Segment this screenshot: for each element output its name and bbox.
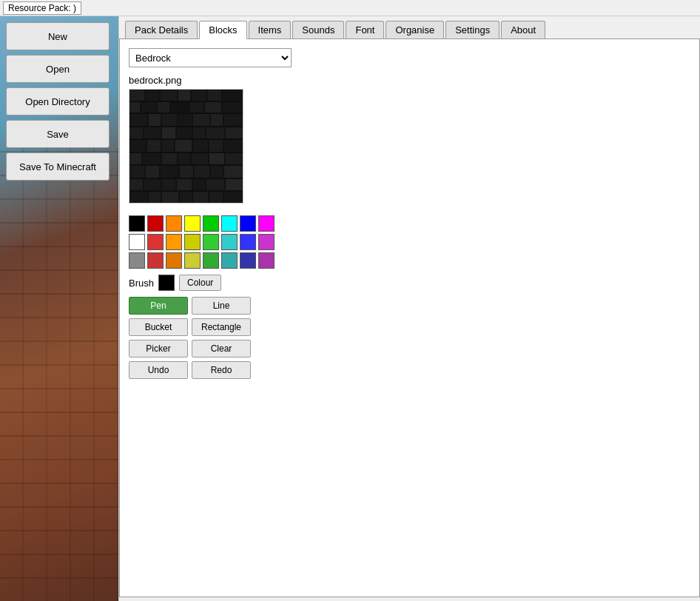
svg-rect-14 (223, 102, 243, 113)
line-button[interactable]: Line (192, 297, 251, 315)
brush-label: Brush (129, 278, 154, 289)
svg-rect-39 (178, 153, 190, 164)
colour-button[interactable]: Colour (179, 275, 221, 291)
tab-about[interactable]: About (501, 21, 545, 38)
svg-rect-40 (192, 153, 208, 164)
swatch-white[interactable] (129, 234, 145, 250)
tab-font[interactable]: Font (346, 21, 384, 38)
swatch-dark-purple[interactable] (258, 252, 275, 269)
palette-row-3 (129, 252, 690, 269)
brush-color-box[interactable] (158, 275, 175, 291)
sidebar: New Open Open Directory Save Save To Min… (0, 16, 118, 601)
svg-rect-8 (129, 102, 140, 113)
svg-rect-43 (129, 166, 144, 178)
swatch-cyan[interactable] (221, 215, 238, 232)
swatch-dark-blue[interactable] (240, 252, 256, 269)
tab-settings[interactable]: Settings (445, 21, 499, 38)
svg-rect-23 (144, 127, 161, 138)
svg-rect-31 (162, 140, 174, 152)
swatch-red[interactable] (147, 215, 164, 232)
swatch-olive[interactable] (184, 252, 201, 269)
swatch-blue[interactable] (240, 215, 256, 232)
svg-rect-9 (141, 102, 156, 113)
palette-row-2 (129, 234, 690, 250)
svg-rect-33 (193, 140, 208, 152)
svg-rect-2 (146, 90, 159, 101)
svg-rect-46 (180, 166, 193, 178)
swatch-dark-red[interactable] (147, 234, 164, 250)
svg-rect-63 (224, 192, 243, 204)
svg-rect-12 (190, 102, 203, 113)
svg-rect-6 (208, 90, 221, 101)
save-button[interactable]: Save (6, 120, 110, 148)
svg-rect-44 (146, 166, 159, 178)
svg-rect-5 (192, 90, 206, 101)
bedrock-texture-svg (129, 90, 243, 204)
tab-organise[interactable]: Organise (386, 21, 444, 38)
svg-rect-28 (226, 127, 243, 138)
svg-rect-34 (209, 140, 223, 152)
svg-rect-50 (129, 179, 143, 190)
svg-rect-58 (149, 192, 161, 204)
svg-rect-13 (205, 102, 221, 113)
swatch-gray[interactable] (129, 252, 145, 269)
picker-button[interactable]: Picker (129, 340, 188, 357)
svg-rect-52 (162, 179, 175, 190)
save-to-minecraft-button[interactable]: Save To Minecraft (6, 152, 110, 181)
swatch-black[interactable] (129, 215, 145, 232)
tabs-bar: Pack Details Blocks Items Sounds Font Or… (119, 16, 700, 39)
svg-rect-25 (177, 127, 192, 138)
svg-rect-56 (226, 179, 243, 190)
svg-rect-48 (211, 166, 223, 178)
swatch-yellow[interactable] (184, 215, 201, 232)
svg-rect-42 (226, 153, 243, 164)
svg-rect-37 (143, 153, 161, 164)
swatch-dark-orange[interactable] (166, 234, 182, 250)
tab-pack-details[interactable]: Pack Details (125, 21, 198, 38)
swatch-orange[interactable] (166, 215, 182, 232)
bucket-button[interactable]: Bucket (129, 318, 188, 336)
tab-blocks[interactable]: Blocks (199, 21, 246, 39)
swatch-magenta[interactable] (258, 215, 275, 232)
swatch-teal[interactable] (221, 234, 238, 250)
svg-rect-54 (193, 179, 205, 190)
svg-rect-4 (178, 90, 190, 101)
blocks-content-panel: Bedrock Stone Dirt Grass Sand Gravel Woo… (119, 39, 700, 597)
pen-button[interactable]: Pen (129, 297, 188, 315)
clear-button[interactable]: Clear (192, 340, 251, 357)
svg-rect-61 (193, 192, 208, 204)
brush-row: Brush Colour (129, 275, 690, 291)
svg-rect-45 (161, 166, 178, 178)
open-directory-button[interactable]: Open Directory (6, 87, 110, 115)
svg-rect-22 (129, 127, 143, 138)
tab-items[interactable]: Items (249, 21, 292, 38)
undo-button[interactable]: Undo (129, 361, 188, 379)
open-button[interactable]: Open (6, 55, 110, 83)
new-button[interactable]: New (6, 22, 110, 50)
block-selector[interactable]: Bedrock Stone Dirt Grass Sand Gravel Woo… (129, 48, 292, 67)
svg-rect-15 (129, 114, 147, 126)
rectangle-button[interactable]: Rectangle (192, 318, 251, 336)
svg-rect-7 (223, 90, 243, 101)
tab-sounds[interactable]: Sounds (292, 21, 344, 38)
swatch-forest-green[interactable] (203, 252, 219, 269)
svg-rect-47 (195, 166, 209, 178)
svg-rect-24 (162, 127, 175, 138)
swatch-medium-red[interactable] (147, 252, 164, 269)
svg-rect-27 (206, 127, 224, 138)
svg-rect-51 (144, 179, 161, 190)
swatch-brown-orange[interactable] (166, 252, 182, 269)
svg-rect-16 (149, 114, 161, 126)
svg-rect-60 (180, 192, 192, 204)
title-bar: Resource Pack: ) (0, 0, 700, 16)
redo-button[interactable]: Redo (192, 361, 251, 379)
swatch-light-green[interactable] (203, 234, 219, 250)
swatch-green[interactable] (203, 215, 219, 232)
svg-rect-10 (158, 102, 169, 113)
svg-rect-29 (129, 140, 146, 152)
svg-rect-62 (209, 192, 223, 204)
swatch-dark-yellow[interactable] (184, 234, 201, 250)
swatch-purple[interactable] (258, 234, 275, 250)
swatch-medium-blue[interactable] (240, 234, 256, 250)
swatch-dark-teal[interactable] (221, 252, 238, 269)
